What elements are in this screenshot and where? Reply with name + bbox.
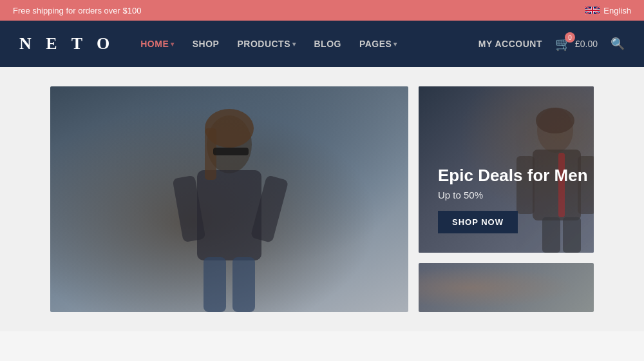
top-bar: Free shipping for orders over $100 MY AC… [0, 0, 644, 21]
woman-silhouette [139, 93, 319, 312]
chevron-down-icon: ▾ [171, 41, 175, 48]
chevron-down-icon-3: ▾ [393, 41, 397, 48]
nav-item-blog[interactable]: BLOG [314, 39, 341, 49]
panel-bottom [419, 263, 594, 312]
language-selector[interactable]: MY ACCOUNT English [585, 6, 631, 15]
panel-men-content: Epic Deals for Men Up to 50% SHOP NOW [438, 166, 588, 233]
nav-links: HOME ▾ SHOP PRODUCTS ▾ BLOG PAGES ▾ [140, 39, 478, 49]
panel-bottom-background [419, 263, 594, 312]
panel-men: Epic Deals for Men Up to 50% SHOP NOW [419, 86, 594, 253]
nav-link-shop[interactable]: SHOP [193, 39, 220, 49]
chevron-down-icon-2: ▾ [292, 41, 296, 48]
nav-link-pages[interactable]: PAGES ▾ [359, 39, 397, 49]
navbar: N E T O HOME ▾ SHOP PRODUCTS ▾ BLOG [0, 21, 644, 67]
nav-link-products[interactable]: PRODUCTS ▾ [237, 39, 296, 49]
svg-rect-5 [204, 257, 226, 312]
panel-men-subtitle: Up to 50% [438, 190, 588, 200]
spacer [0, 67, 644, 86]
cart-icon-wrap: 🛒 0 [555, 36, 571, 52]
main-content: Epic Deals for Men Up to 50% SHOP NOW [0, 86, 644, 331]
cart-badge: 0 [565, 32, 575, 43]
nav-item-shop[interactable]: SHOP [193, 39, 220, 49]
svg-point-17 [536, 108, 574, 133]
shipping-message: Free shipping for orders over $100 [13, 6, 141, 15]
panel-men-title: Epic Deals for Men [438, 166, 588, 186]
flag-icon [585, 6, 600, 15]
svg-rect-6 [232, 257, 255, 312]
site-logo[interactable]: N E T O [19, 34, 115, 54]
nav-link-blog[interactable]: BLOG [314, 39, 341, 49]
nav-item-home[interactable]: HOME ▾ [140, 39, 175, 49]
hero-image [50, 86, 408, 312]
search-icon[interactable]: 🔍 [611, 37, 625, 51]
svg-rect-2 [197, 170, 261, 260]
nav-item-products[interactable]: PRODUCTS ▾ [237, 39, 296, 49]
cart-button[interactable]: 🛒 0 £0.00 [555, 36, 598, 52]
cart-total: £0.00 [575, 39, 598, 49]
language-text: English [603, 6, 631, 15]
nav-right: MY ACCOUNT 🛒 0 £0.00 🔍 [478, 36, 625, 52]
shop-now-button[interactable]: SHOP NOW [438, 211, 518, 233]
nav-link-home[interactable]: HOME ▾ [140, 39, 175, 49]
nav-item-pages[interactable]: PAGES ▾ [359, 39, 397, 49]
svg-rect-9 [213, 148, 249, 155]
my-account-link[interactable]: MY ACCOUNT [478, 39, 542, 49]
right-panels: Epic Deals for Men Up to 50% SHOP NOW [419, 86, 594, 312]
